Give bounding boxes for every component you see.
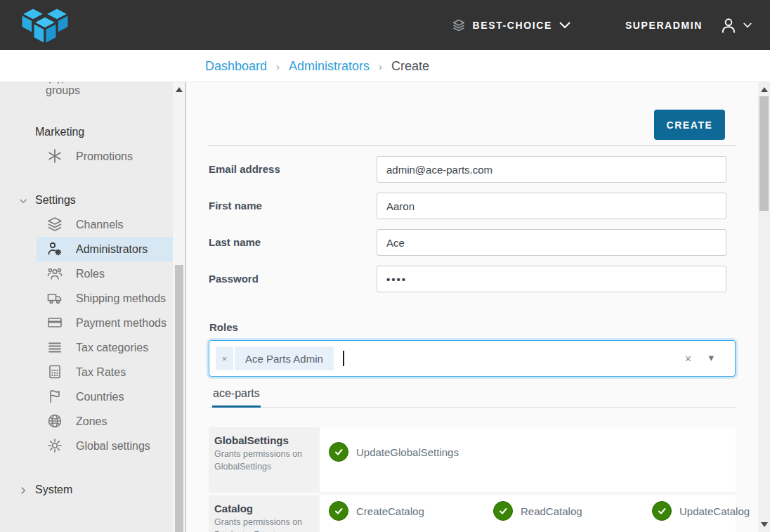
last-name-label: Last name (209, 229, 370, 256)
permission-label: UpdateGlobalSettings (356, 446, 459, 458)
sidebar-item-label: groups (46, 84, 80, 97)
sidebar-item-label: Tax categories (76, 342, 148, 353)
permission-item: CreateCatalog (329, 501, 424, 521)
breadcrumb-dashboard[interactable]: Dashboard (205, 59, 267, 74)
sidebar-item-global-settings[interactable]: Global settings (37, 434, 173, 458)
sidebar-scrollbar-thumb[interactable] (175, 265, 183, 532)
payment-methods-icon (46, 314, 63, 331)
layers-icon (452, 18, 466, 32)
role-chip: × Ace Parts Admin (216, 346, 334, 370)
permission-row-catalog: Catalog Grants permissions on Products, … (209, 495, 736, 532)
last-name-row: Last name (209, 229, 736, 256)
admin-screen: BEST-CHOICE SUPERADMIN Dashboard › Admin… (0, 0, 770, 532)
permission-item: UpdateCatalog (652, 501, 750, 521)
sidebar-item-zones[interactable]: Zones (37, 409, 173, 434)
zones-icon (46, 413, 63, 429)
main-scrollbar-thumb[interactable] (759, 96, 769, 211)
permission-label: ReadCatalog (521, 505, 582, 517)
permission-row-globalsettings: GlobalSettings Grants permissions on Glo… (209, 427, 736, 493)
sidebar-item-roles[interactable]: Roles (37, 261, 173, 286)
permission-group-description: Grants permissions on Products, Facets (214, 517, 314, 532)
chevron-right-icon (18, 486, 28, 495)
channel-tabs: ace-parts (209, 383, 736, 408)
select-clear-icon[interactable]: × (685, 352, 691, 366)
email-row: Email address (209, 156, 736, 183)
breadcrumb-bar: Dashboard › Administrators › Create (0, 50, 770, 82)
password-label: Password (209, 266, 370, 292)
sidebar-item-shipping-methods[interactable]: Shipping methods (37, 286, 173, 311)
sidebar-section-system[interactable]: System (0, 484, 173, 496)
main-scrollbar[interactable] (758, 82, 770, 532)
first-name-field[interactable] (377, 193, 726, 219)
scroll-down-arrow-icon[interactable] (761, 522, 768, 527)
permission-label: CreateCatalog (356, 505, 424, 517)
sidebar-item-label: Roles (76, 268, 105, 280)
email-field[interactable] (377, 156, 726, 183)
sidebar-nav: groups Marketing Promotions Settings Cha… (0, 82, 173, 532)
create-button[interactable]: CREATE (654, 110, 725, 140)
check-circle-icon (493, 501, 513, 521)
logo-cube-icon (18, 4, 72, 46)
user-label: SUPERADMIN (625, 20, 703, 31)
sidebar-item-label: Tax Rates (76, 366, 126, 378)
sidebar-section-label: Settings (35, 194, 76, 206)
permission-group-header: GlobalSettings Grants permissions on Glo… (209, 427, 320, 493)
user-menu[interactable]: SUPERADMIN (625, 16, 752, 34)
email-label: Email address (209, 156, 370, 183)
roles-icon (46, 265, 63, 282)
scroll-up-arrow-icon[interactable] (176, 87, 183, 92)
promotions-icon (46, 148, 63, 164)
breadcrumb-administrators[interactable]: Administrators (289, 59, 370, 74)
sidebar-item-payment-methods[interactable]: Payment methods (37, 311, 173, 335)
permission-item: ReadCatalog (493, 501, 582, 521)
sidebar-item-customer-groups[interactable]: groups (0, 82, 173, 100)
sidebar-item-label: Countries (76, 391, 124, 403)
permission-label: UpdateCatalog (679, 505, 750, 517)
sidebar-item-label: Promotions (76, 150, 133, 162)
channel-switcher[interactable]: BEST-CHOICE (452, 18, 570, 32)
sidebar-item-tax-rates[interactable]: Tax Rates (37, 360, 173, 384)
last-name-field[interactable] (377, 229, 726, 256)
shipping-methods-icon (46, 290, 63, 306)
roles-label: Roles (209, 321, 238, 333)
tax-rates-icon (46, 363, 63, 380)
sidebar-item-label: Payment methods (76, 317, 167, 329)
user-icon (719, 16, 738, 34)
app-header: BEST-CHOICE SUPERADMIN (0, 0, 770, 50)
sidebar-item-tax-categories[interactable]: Tax categories (37, 335, 173, 360)
password-row: Password (209, 266, 736, 292)
text-cursor (343, 351, 344, 366)
sidebar-item-label: Channels (76, 219, 124, 231)
sidebar-item-label: Shipping methods (76, 292, 166, 304)
tax-categories-icon (46, 339, 63, 356)
sidebar-scrollbar[interactable] (173, 82, 185, 532)
divider (209, 145, 736, 146)
sidebar-section-label: System (35, 484, 72, 495)
check-circle-icon (329, 442, 348, 462)
sidebar-item-label: Administrators (76, 243, 148, 255)
chip-remove-icon[interactable]: × (216, 346, 235, 370)
role-chip-label: Ace Parts Admin (235, 346, 334, 370)
create-administrator-panel: CREATE Email address First name Last nam… (186, 82, 758, 532)
sidebar-section-settings[interactable]: Settings (0, 194, 173, 207)
tab-ace-parts[interactable]: ace-parts (212, 383, 261, 408)
sidebar-item-label: Zones (76, 415, 107, 427)
breadcrumb-separator: › (276, 60, 280, 72)
scroll-up-arrow-icon[interactable] (761, 87, 768, 92)
password-field[interactable] (377, 266, 726, 292)
permission-group-description: Grants permissions on GlobalSettings (214, 448, 314, 473)
select-caret-icon[interactable]: ▾ (708, 351, 714, 364)
sidebar-item-countries[interactable]: Countries (37, 384, 173, 409)
check-circle-icon (329, 501, 348, 521)
sidebar-item-administrators[interactable]: Administrators (37, 237, 173, 261)
permission-item: UpdateGlobalSettings (329, 442, 459, 462)
sidebar-item-channels[interactable]: Channels (37, 212, 173, 237)
roles-select[interactable]: × Ace Parts Admin × ▾ (209, 340, 736, 377)
chevron-down-icon (559, 22, 570, 29)
sidebar-section-marketing: Marketing (0, 126, 173, 138)
app-logo[interactable] (18, 4, 72, 46)
global-settings-icon (46, 437, 63, 454)
chevron-down-icon (743, 22, 752, 28)
sidebar-item-promotions[interactable]: Promotions (37, 144, 173, 169)
check-circle-icon (652, 501, 672, 521)
